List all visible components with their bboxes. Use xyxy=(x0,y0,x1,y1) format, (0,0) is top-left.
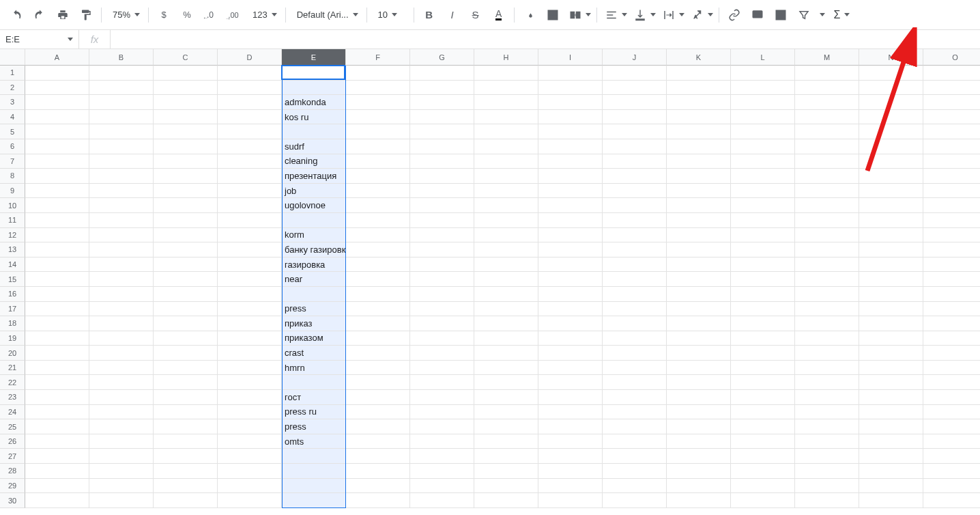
cell[interactable] xyxy=(218,287,282,302)
column-header[interactable]: O xyxy=(923,49,980,66)
cell[interactable] xyxy=(89,184,154,199)
cell[interactable] xyxy=(89,287,154,302)
cell[interactable] xyxy=(795,66,859,81)
cell[interactable] xyxy=(89,81,154,96)
cell[interactable] xyxy=(154,390,218,405)
cell[interactable] xyxy=(538,464,603,479)
cell[interactable] xyxy=(859,66,923,81)
cell[interactable] xyxy=(410,66,474,81)
text-rotation-button[interactable]: A xyxy=(687,5,715,25)
cell[interactable] xyxy=(154,110,218,125)
cell[interactable] xyxy=(859,405,923,420)
cell[interactable] xyxy=(89,434,154,449)
column-header[interactable]: A xyxy=(25,49,89,66)
cell[interactable] xyxy=(346,198,410,213)
cell[interactable] xyxy=(667,316,731,331)
cell[interactable] xyxy=(474,258,538,273)
cell[interactable] xyxy=(667,184,731,199)
cell[interactable] xyxy=(474,66,538,81)
cell[interactable] xyxy=(923,302,980,317)
cell[interactable]: press xyxy=(282,302,346,317)
cell[interactable] xyxy=(923,110,980,125)
cell[interactable] xyxy=(410,361,474,376)
cell[interactable] xyxy=(603,302,667,317)
cell[interactable] xyxy=(89,449,154,464)
cell[interactable] xyxy=(410,124,474,139)
cell[interactable] xyxy=(731,390,795,405)
cell[interactable] xyxy=(667,434,731,449)
cell[interactable] xyxy=(603,95,667,110)
cell[interactable] xyxy=(154,242,218,258)
cell[interactable] xyxy=(538,213,603,228)
cell[interactable]: kos ru xyxy=(282,110,346,125)
cell[interactable] xyxy=(859,242,923,258)
cell[interactable] xyxy=(603,464,667,479)
cell[interactable] xyxy=(410,184,474,199)
row-header[interactable]: 1 xyxy=(0,66,25,81)
cell[interactable] xyxy=(795,331,859,346)
cell[interactable] xyxy=(538,66,603,81)
row-header[interactable]: 30 xyxy=(0,493,25,508)
cell[interactable] xyxy=(410,302,474,317)
cell[interactable] xyxy=(538,258,603,273)
cell[interactable] xyxy=(538,331,603,346)
paint-format-button[interactable] xyxy=(75,5,97,25)
cell[interactable] xyxy=(731,361,795,376)
cell[interactable] xyxy=(667,479,731,494)
cell[interactable] xyxy=(89,258,154,273)
cell[interactable] xyxy=(346,419,410,434)
column-header[interactable]: D xyxy=(218,49,282,66)
cell[interactable] xyxy=(154,434,218,449)
decrease-decimal-button[interactable]: .0← xyxy=(199,5,221,25)
cell[interactable] xyxy=(795,405,859,420)
cell[interactable] xyxy=(731,287,795,302)
format-currency-button[interactable]: $ xyxy=(153,5,175,25)
column-header[interactable]: I xyxy=(538,49,603,66)
cell[interactable] xyxy=(25,154,89,169)
cell[interactable]: ugolovnoe xyxy=(282,198,346,213)
cell[interactable] xyxy=(474,139,538,154)
cell[interactable] xyxy=(218,184,282,199)
cell[interactable] xyxy=(795,449,859,464)
row-header[interactable]: 20 xyxy=(0,346,25,361)
cell[interactable] xyxy=(218,479,282,494)
cell[interactable] xyxy=(25,493,89,508)
format-percent-button[interactable]: % xyxy=(176,5,198,25)
cell[interactable] xyxy=(25,316,89,331)
cell[interactable]: sudrf xyxy=(282,139,346,154)
cell[interactable] xyxy=(859,346,923,361)
functions-button[interactable]: Σ xyxy=(830,5,852,25)
cell[interactable] xyxy=(410,242,474,258)
cell[interactable] xyxy=(346,375,410,390)
cell[interactable] xyxy=(538,139,603,154)
cell[interactable] xyxy=(25,66,89,81)
cell[interactable] xyxy=(346,390,410,405)
cell[interactable] xyxy=(25,479,89,494)
cell[interactable] xyxy=(154,361,218,376)
cell[interactable] xyxy=(667,242,731,258)
cell[interactable] xyxy=(538,287,603,302)
cell[interactable] xyxy=(795,287,859,302)
cell[interactable] xyxy=(410,464,474,479)
cell[interactable] xyxy=(89,493,154,508)
column-header[interactable]: N xyxy=(859,49,923,66)
cell[interactable] xyxy=(731,139,795,154)
cell[interactable] xyxy=(282,287,346,302)
cell[interactable] xyxy=(538,184,603,199)
font-select[interactable]: Default (Ari... xyxy=(290,5,362,25)
spreadsheet-grid[interactable]: ABCDEFGHIJKLMNO 123456789101112131415161… xyxy=(0,49,980,515)
cell[interactable] xyxy=(923,493,980,508)
cell[interactable] xyxy=(731,419,795,434)
cell[interactable] xyxy=(859,272,923,287)
insert-comment-button[interactable] xyxy=(747,5,768,25)
cell[interactable] xyxy=(603,419,667,434)
cell[interactable] xyxy=(154,66,218,81)
cell[interactable]: crast xyxy=(282,346,346,361)
cell[interactable]: omts xyxy=(282,434,346,449)
cell[interactable] xyxy=(218,66,282,81)
cell[interactable] xyxy=(154,184,218,199)
cell[interactable] xyxy=(667,287,731,302)
cell[interactable] xyxy=(474,95,538,110)
cell[interactable] xyxy=(474,464,538,479)
cell[interactable] xyxy=(603,316,667,331)
